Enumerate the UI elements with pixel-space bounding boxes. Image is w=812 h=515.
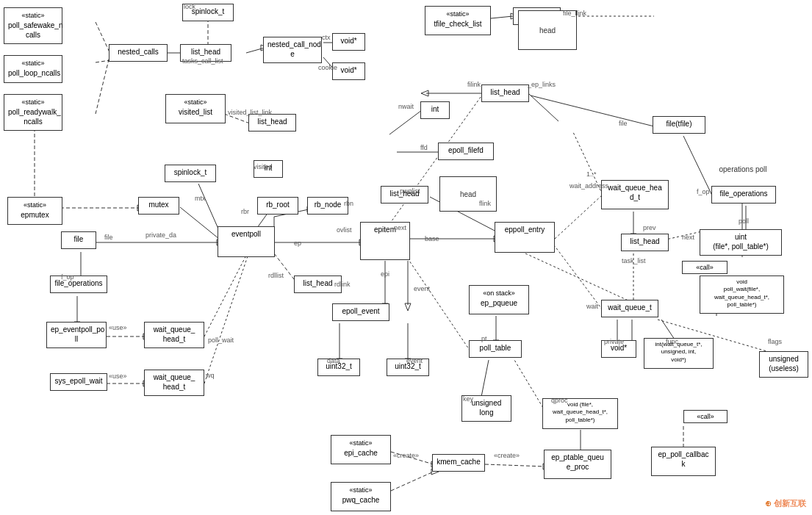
box-list-head-eplinks: list_head [481,84,529,102]
svg-line-54 [204,248,250,336]
box-tfile-check-list: «static»tfile_check_list [425,6,491,35]
box-epoll-filefd: epoll_filefd [438,143,494,160]
label-key: key [463,395,473,403]
label-cookie: cookie [318,64,337,71]
box-ep-ptable-queue-proc: ep_ptable_queue_proc [544,450,611,479]
box-ep-pqueue: «on stack»ep_pqueue [469,285,529,314]
label-use-2: «use» [109,372,127,380]
label-ffd: ffd [420,144,428,151]
svg-line-18 [531,96,654,126]
box-unsigned-useless: unsigned(useless) [759,351,808,378]
svg-line-6 [246,48,265,53]
box-wait-queue-head-left2: wait_queue_head_t [144,370,204,396]
box-sys-epoll-wait: sys_epoll_wait [50,373,107,391]
label-task-list: task_list [622,257,646,264]
label-private-da: private_da [145,231,176,239]
label-flink: flink [479,200,491,207]
svg-line-67 [555,246,603,310]
svg-marker-14 [421,90,428,96]
box-epmutex: «static»epmutex [7,197,62,225]
box-void-ctx: void* [332,33,365,51]
label-next: next [394,224,406,231]
label-poll: poll [739,217,749,225]
box-file-tfile: file(tfile) [653,116,705,134]
label-private: private [604,338,624,345]
box-epi-cache: «static»epi_cache [331,435,391,464]
box-int-wait-func: int(wait_queue_t*,unsigned, int,void*) [644,338,714,369]
diagram-container: «static»poll_safewake_ncalls «static»pol… [0,0,812,515]
label-f-op-left: f_op [61,273,74,281]
box-ep-eventpoll-poll: ep_eventpoll_poll [46,322,107,348]
svg-line-38 [555,195,603,239]
box-wait-queue-head-top: wait_queue_head_t [601,180,669,209]
box-wait-queue-head-left1: wait_queue_head_t [144,322,204,348]
svg-line-1 [96,22,110,54]
label-create-1: «create» [393,452,419,459]
box-poll-safewake: «static»poll_safewake_ncalls [4,7,62,44]
svg-line-2 [96,60,110,62]
svg-line-27 [180,207,219,239]
label-tasks-call-list: tasks_call_list [182,57,223,65]
svg-line-3 [96,54,110,114]
box-poll-readywalk: «static»poll_readywalk_ncalls [4,94,62,131]
box-file-operations-left: file_operations [50,275,107,293]
watermark: ⊕ 创新互联 [765,498,806,509]
label-flags: flags [768,338,782,345]
label-rbr: rbr [241,208,249,215]
box-rb-root: rb_root [257,197,298,215]
box-uint-poll-table: uint(file*, poll_table*) [700,229,782,256]
label-pt: pt [481,335,487,342]
box-call-2: «call» [683,410,727,423]
box-nested-call-node: nested_call_node [263,37,322,63]
svg-line-78 [514,360,545,411]
label-ep-links: _ep_links [528,81,556,88]
label-operations-poll: operations poll [703,165,783,186]
label-mtx: mtx [195,195,206,202]
label-visited: visited [254,163,273,170]
box-poll-loop: «static»poll_loop_ncalls [4,55,62,83]
box-spinlock-mid: spinlock_t [165,165,216,182]
label-event-epitem: event [414,285,430,292]
svg-line-55 [204,250,250,383]
svg-line-88 [525,253,630,301]
label-filink: filink [467,81,481,88]
box-epoll-event: epoll_event [332,303,389,321]
label-pwqlist: pwqlist [400,187,420,195]
box-eventpoll: eventpoll [218,226,275,257]
label-ovlist: ovlist [337,226,352,234]
label-use-1: «use» [109,324,127,331]
box-file-left: file [61,231,96,249]
label-base: base [425,235,439,242]
label-create-2: «create» [494,452,520,459]
box-pwq-cache: «static»pwq_cache [331,482,391,511]
box-nested-calls: nested_calls [109,44,168,62]
box-call-1: «call» [682,261,727,274]
label-prev: prev [643,224,656,231]
label-qproc: qproc [551,397,568,404]
label-f-op: f_op [697,188,710,195]
label-wq: wq [206,372,215,379]
box-list-head-visited: list_head [248,114,296,132]
svg-line-72 [485,464,545,467]
label-poll-wait: poll_wait [208,336,234,344]
label-event-epoll: event [406,357,423,364]
box-list-head-tasklist: list_head [621,234,669,251]
svg-line-86 [529,94,558,121]
box-visited-list: «static»visited_list [165,94,226,123]
svg-line-43 [481,360,489,397]
box-rb-node: rb_node [307,197,348,215]
label-next-wq: next [682,234,694,241]
svg-line-70 [391,472,434,491]
label-visited-list-link: visited_list_link [228,109,272,116]
label-file: file [619,120,628,127]
box-int-nwait: int [420,101,450,119]
svg-marker-37 [405,303,411,311]
label-ep: ep [294,240,301,247]
box-ep-poll-callback: ep_poll_callback [651,447,716,476]
svg-line-16 [389,110,422,134]
box-poll-table: poll_table [469,340,522,358]
label-epi: epi [381,270,389,278]
box-kmem-cache: kmem_cache [432,454,485,472]
svg-line-10 [491,16,513,18]
label-rbn: rbn [344,200,353,207]
